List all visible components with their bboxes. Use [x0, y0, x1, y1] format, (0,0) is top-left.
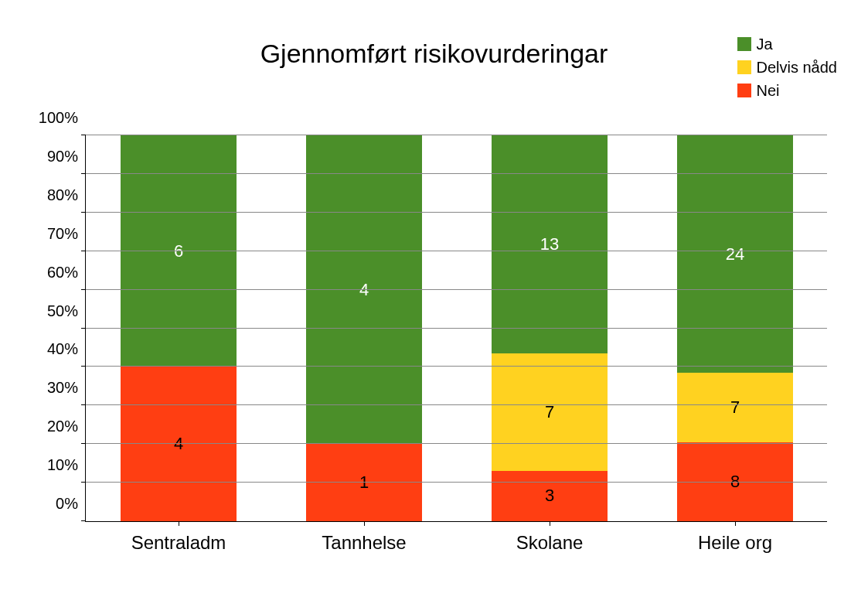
- bar-group: Skolane3713: [492, 135, 608, 521]
- legend-label-nei: Nei: [756, 79, 779, 102]
- x-category-label: Skolane: [516, 521, 584, 554]
- y-tick-label: 20%: [47, 418, 86, 435]
- y-tickmark: [81, 135, 86, 135]
- bar-value-label: 4: [174, 434, 183, 454]
- y-tickmark: [81, 251, 86, 251]
- bar-segment: 7: [677, 373, 793, 442]
- bar-segment: 3: [492, 471, 608, 521]
- bar-segment: 13: [492, 135, 608, 353]
- gridline: [86, 251, 827, 251]
- x-category-label: Tannhelse: [322, 521, 406, 554]
- stacked-bar-chart: Gjennomført risikovurderingar Ja Delvis …: [0, 0, 868, 614]
- bar-value-label: 7: [730, 397, 740, 418]
- gridline: [86, 212, 827, 213]
- chart-legend: Ja Delvis nådd Nei: [737, 32, 837, 102]
- bar-segment: 4: [306, 135, 422, 444]
- y-tickmark: [81, 443, 86, 444]
- bar-group: Heile org8724: [677, 135, 793, 521]
- bar-value-label: 4: [359, 280, 369, 300]
- gridline: [86, 443, 827, 444]
- legend-label-delvis: Delvis nådd: [756, 56, 837, 79]
- y-tickmark: [81, 404, 86, 405]
- y-tickmark: [81, 173, 86, 174]
- bar-value-label: 6: [174, 241, 183, 261]
- legend-label-ja: Ja: [756, 32, 772, 56]
- y-tick-label: 90%: [47, 147, 86, 165]
- bar-segment: 24: [677, 135, 793, 373]
- gridline: [86, 328, 827, 329]
- gridline: [86, 404, 827, 405]
- bar-value-label: 13: [540, 234, 559, 254]
- y-tick-label: 100%: [39, 109, 86, 127]
- y-tickmark: [81, 328, 86, 329]
- legend-swatch-nei: [737, 84, 751, 97]
- legend-item-ja: Ja: [737, 32, 837, 56]
- y-tickmark: [81, 520, 86, 521]
- y-tickmark: [81, 212, 86, 213]
- y-tick-label: 40%: [47, 340, 86, 358]
- bar-segment: 6: [121, 135, 237, 367]
- gridline: [86, 135, 827, 135]
- legend-item-delvis: Delvis nådd: [737, 56, 837, 79]
- bar-value-label: 24: [726, 244, 744, 264]
- gridline: [86, 289, 827, 290]
- bar-value-label: 3: [545, 486, 554, 506]
- plot-area: Sentraladm46Tannhelse14Skolane3713Heile …: [85, 135, 827, 522]
- x-category-label: Heile org: [698, 521, 772, 554]
- legend-swatch-delvis: [737, 60, 751, 74]
- y-tick-label: 70%: [47, 224, 86, 242]
- y-tickmark: [81, 289, 86, 290]
- bar-segment: 4: [121, 367, 237, 521]
- y-tickmark: [81, 366, 86, 367]
- y-tick-label: 50%: [47, 302, 86, 319]
- bar-group: Sentraladm46: [121, 135, 237, 521]
- legend-item-nei: Nei: [737, 79, 837, 102]
- y-tick-label: 30%: [47, 379, 86, 397]
- bar-segment: 7: [492, 353, 608, 471]
- y-tick-label: 80%: [47, 186, 86, 203]
- y-tickmark: [81, 482, 86, 483]
- gridline: [86, 173, 827, 174]
- bar-group: Tannhelse14: [306, 135, 422, 521]
- y-tick-label: 0%: [56, 495, 86, 513]
- bars-layer: Sentraladm46Tannhelse14Skolane3713Heile …: [86, 135, 827, 521]
- x-category-label: Sentraladm: [131, 521, 226, 554]
- legend-swatch-ja: [737, 37, 751, 51]
- y-tick-label: 10%: [47, 456, 86, 474]
- gridline: [86, 366, 827, 367]
- gridline: [86, 482, 827, 483]
- y-tick-label: 60%: [47, 263, 86, 281]
